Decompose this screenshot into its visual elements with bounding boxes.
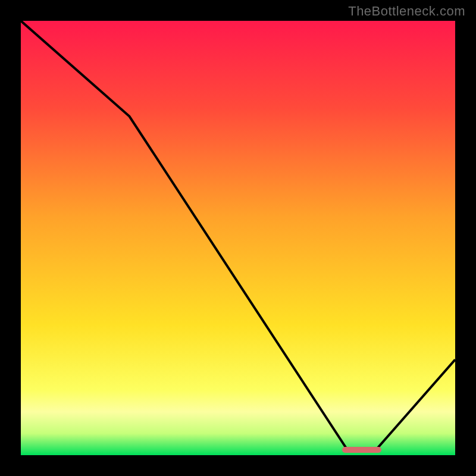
curve-path: [21, 21, 455, 449]
optimal-range-marker: [342, 447, 381, 453]
plot-area: [21, 21, 455, 455]
bottleneck-curve: [21, 21, 455, 455]
watermark-text: TheBottleneck.com: [348, 4, 465, 19]
chart-frame: TheBottleneck.com: [0, 0, 476, 476]
